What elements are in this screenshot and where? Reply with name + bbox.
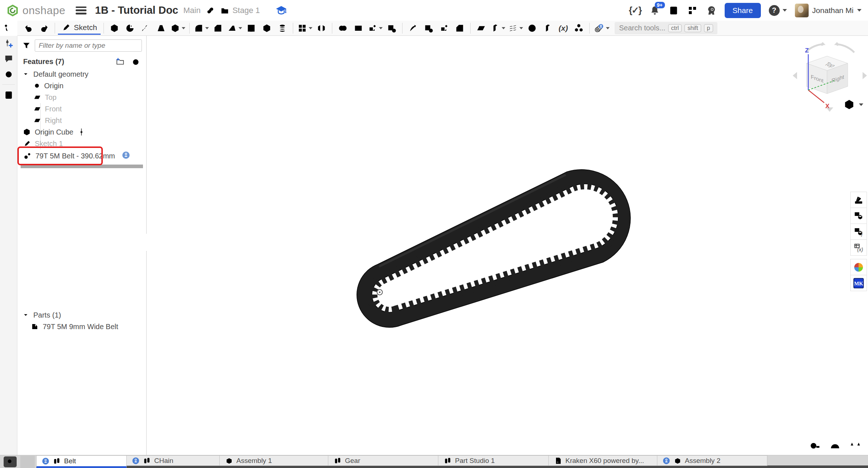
- app-mk-button[interactable]: MK: [850, 275, 867, 291]
- feature-row-default-geometry[interactable]: Default geometry: [17, 68, 146, 80]
- protractor-icon[interactable]: [829, 439, 841, 451]
- learning-assistant-icon[interactable]: [706, 5, 717, 16]
- draft-tool[interactable]: [226, 22, 243, 35]
- appearance-panel-button[interactable]: [850, 192, 867, 208]
- helix-tool[interactable]: [507, 22, 524, 35]
- origin-marker[interactable]: [377, 290, 383, 295]
- shell-icon: [262, 23, 272, 33]
- feature-row-origin[interactable]: Origin: [17, 80, 146, 92]
- parts-header-row[interactable]: Parts (1): [17, 309, 146, 321]
- transform-tool[interactable]: [366, 22, 384, 35]
- filter-funnel-icon[interactable]: [22, 41, 31, 50]
- view-options-button[interactable]: [841, 98, 865, 111]
- followed-items-button[interactable]: [0, 88, 17, 103]
- delete-part-tool[interactable]: [384, 22, 399, 35]
- split-tool[interactable]: [351, 22, 366, 35]
- chamfer-tool[interactable]: [210, 22, 226, 35]
- extrude-tool[interactable]: [107, 22, 122, 35]
- tab-assembly-1[interactable]: Assembly 1: [220, 455, 328, 466]
- sketch-button[interactable]: Sketch: [58, 22, 101, 35]
- tab-kraken[interactable]: Kraken X60 powered by...: [549, 455, 657, 466]
- rollback-bar[interactable]: [21, 165, 143, 168]
- insert-folder-icon[interactable]: [115, 57, 125, 66]
- filter-input[interactable]: [35, 39, 142, 52]
- featurescript-info-icon[interactable]: [122, 151, 130, 159]
- mass-properties-icon[interactable]: [849, 439, 861, 451]
- tasks-icon[interactable]: [668, 5, 679, 16]
- configurations-button[interactable]: }: [850, 224, 867, 240]
- instances-tool[interactable]: [571, 22, 586, 35]
- featurescript-icon[interactable]: {✓}: [629, 5, 641, 16]
- feature-row-sketch1[interactable]: Sketch 1: [17, 138, 146, 149]
- part-studio-icon: [143, 456, 151, 465]
- help-icon: ?: [769, 5, 780, 16]
- rollback-drag-handle[interactable]: [77, 127, 86, 137]
- plane-tool[interactable]: [473, 22, 489, 35]
- document-title[interactable]: 1B - Tutorial Doc: [95, 4, 178, 16]
- belt-featurescript-tool[interactable]: [593, 22, 611, 35]
- search-tabs-button[interactable]: [4, 456, 17, 467]
- tape-measure-icon[interactable]: [809, 439, 821, 451]
- undo-button[interactable]: [21, 22, 36, 35]
- mirror-tool[interactable]: [314, 22, 329, 35]
- boolean-tool[interactable]: [335, 22, 350, 35]
- rib-tool[interactable]: [244, 22, 259, 35]
- add-tab-button[interactable]: [20, 456, 35, 468]
- feature-row-right-plane[interactable]: Right: [17, 115, 146, 126]
- chevron-down-icon[interactable]: [22, 311, 30, 319]
- user-menu[interactable]: Jonathan Mi: [795, 4, 861, 17]
- thicken-tool[interactable]: [169, 22, 186, 35]
- feature-row-front-plane[interactable]: Front: [17, 103, 146, 115]
- chevron-down-icon[interactable]: [22, 70, 30, 78]
- main-menu-icon[interactable]: [76, 7, 87, 14]
- versions-button[interactable]: [0, 36, 17, 51]
- notifications-button[interactable]: 9+: [649, 5, 660, 16]
- share-button[interactable]: Share: [725, 3, 761, 18]
- feature-row-origin-cube[interactable]: Origin Cube: [17, 126, 146, 138]
- fill-surface-tool[interactable]: [524, 22, 540, 35]
- variable-tool[interactable]: (x): [556, 22, 571, 35]
- part-row-belt[interactable]: 79T 5M 9mm Wide Belt: [17, 321, 146, 332]
- comments-button[interactable]: [0, 51, 17, 66]
- help-menu[interactable]: ?: [769, 5, 787, 16]
- search-tools-box[interactable]: Search tools... ctrl shift p: [615, 22, 717, 34]
- belt-part-3d-view[interactable]: [147, 36, 868, 455]
- fillet-tool[interactable]: [193, 22, 210, 35]
- feature-list-toggle[interactable]: [0, 21, 17, 36]
- tab-chain[interactable]: CHain: [127, 455, 220, 466]
- history-button[interactable]: [0, 66, 17, 81]
- delete-face-tool[interactable]: [421, 22, 436, 35]
- redo-button[interactable]: [37, 22, 52, 35]
- tab-part-studio-1[interactable]: Part Studio 1: [438, 455, 549, 466]
- variables-table-button[interactable]: (x): [850, 239, 867, 256]
- tab-assembly-2[interactable]: Assembly 2: [657, 455, 767, 466]
- link-icon[interactable]: [206, 6, 215, 15]
- offset-surface-tool[interactable]: [489, 22, 506, 35]
- linear-pattern-tool[interactable]: [296, 22, 313, 35]
- breadcrumb[interactable]: Stage 1: [220, 6, 260, 15]
- replace-face-tool[interactable]: [452, 22, 467, 35]
- learning-center-icon[interactable]: [275, 5, 287, 16]
- app-color-wheel-button[interactable]: [850, 259, 867, 275]
- hole-tool[interactable]: [275, 22, 290, 35]
- modify-fillet-tool[interactable]: [405, 22, 421, 35]
- feature-row-belt[interactable]: 79T 5M Belt - 390.62mm: [17, 149, 146, 162]
- shell-tool[interactable]: [259, 22, 274, 35]
- app-store-icon[interactable]: [687, 5, 698, 16]
- tab-belt[interactable]: Belt: [36, 455, 127, 468]
- workspace-name[interactable]: Main: [183, 6, 201, 15]
- revolve-tool[interactable]: [122, 22, 138, 35]
- graphics-canvas[interactable]: Top Front Right Z X } (x): [147, 36, 868, 455]
- rollback-history-icon[interactable]: [131, 57, 140, 66]
- loft-tool[interactable]: [153, 22, 169, 35]
- origin-icon: [33, 82, 41, 89]
- enclose-tool[interactable]: [540, 22, 555, 35]
- sketch-label: Sketch: [74, 23, 97, 32]
- move-face-tool[interactable]: [437, 22, 452, 35]
- sweep-tool[interactable]: [138, 22, 153, 35]
- feature-row-top-plane[interactable]: Top: [17, 92, 146, 103]
- delete-face-icon: [424, 23, 434, 33]
- tab-gear[interactable]: Gear: [328, 455, 438, 466]
- bom-table-button[interactable]: [850, 208, 867, 224]
- onshape-logo[interactable]: onshape: [7, 4, 66, 17]
